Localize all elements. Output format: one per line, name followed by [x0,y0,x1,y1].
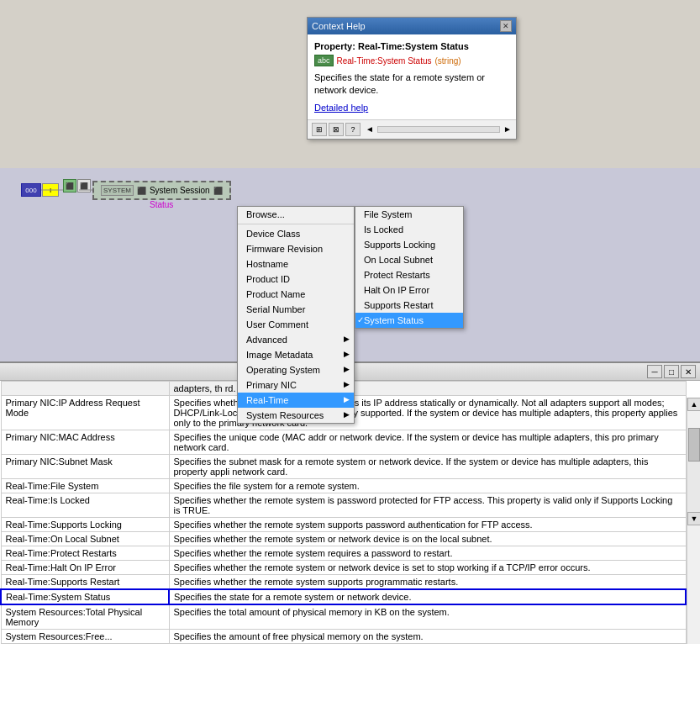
menu-item-serial-number[interactable]: Serial Number [238,302,354,317]
menu-item-hostname[interactable]: Hostname [238,256,354,272]
scroll-down-button[interactable]: ▼ [687,512,700,525]
description-cell: Specifies the subnet mask for a remote s… [169,455,686,479]
detailed-help-link[interactable]: Detailed help [314,103,368,113]
context-menu: Browse... Device Class Firmware Revision… [237,206,355,424]
restore-button[interactable]: □ [664,365,679,378]
scroll-up-button[interactable]: ▲ [687,398,700,411]
description-cell: Specifies whether the remote system requ… [169,546,686,561]
context-help-titlebar: Context Help ✕ [308,18,516,34]
description-cell: Specifies the unique code (MAC addr or n… [169,430,686,455]
table-row: Primary NIC:MAC AddressSpecifies the uni… [1,430,686,455]
menu-item-browse[interactable]: Browse... [238,207,354,222]
context-help-title: Context Help [312,21,366,31]
type-badge: abc [314,55,334,66]
menu-item-product-id[interactable]: Product ID [238,272,354,287]
menu-item-product-name[interactable]: Product Name [238,287,354,302]
table-row: Primary NIC:Subnet MaskSpecifies the sub… [1,455,686,479]
toolbar-btn-1[interactable]: ⊞ [312,123,327,136]
context-help-type-row: abc Real-Time:System Status (string) [314,55,509,66]
description-cell: Specifies whether the remote system is p… [169,493,686,518]
context-help-body: Property: Real-Time:System Status abc Re… [308,34,516,119]
property-cell: Primary NIC:IP Address Request Mode [1,396,169,430]
description-cell: Specifies the state for a remote system … [169,589,686,604]
submenu-item-file-system[interactable]: File System [355,207,463,222]
vertical-scrollbar[interactable]: ▲ ▼ [687,398,700,644]
table-row: Real-Time:Halt On IP ErrorSpecifies whet… [1,561,686,575]
table-row: Real-Time:Protect RestartsSpecifies whet… [1,546,686,561]
submenu-item-supports-locking[interactable]: Supports Locking [355,237,463,252]
submenu-item-halt-on-ip-error[interactable]: Halt On IP Error [355,282,463,298]
property-cell: Real-Time:Is Locked [1,493,169,518]
menu-item-realtime[interactable]: Real-Time [238,393,354,408]
toolbar-scroll-right: ► [503,124,512,134]
toolbar-btn-2[interactable]: ⊠ [329,123,344,136]
table-row: Real-Time:Supports LockingSpecifies whet… [1,518,686,532]
table-row: Real-Time:File SystemSpecifies the file … [1,479,686,493]
property-cell: Real-Time:File System [1,479,169,493]
menu-separator-1 [238,224,354,224]
menu-item-user-comment[interactable]: User Comment [238,317,354,332]
description-cell: Specifies whether the remote system supp… [169,518,686,532]
menu-item-image-metadata[interactable]: Image Metadata [238,347,354,362]
property-cell: Real-Time:Protect Restarts [1,546,169,561]
property-cell: System Resources:Free... [1,630,169,644]
property-cell: Real-Time:Halt On IP Error [1,561,169,575]
property-cell: Real-Time:On Local Subnet [1,532,169,546]
menu-item-advanced[interactable]: Advanced [238,332,354,347]
table-row: System Resources:Free...Specifies the am… [1,630,686,644]
context-help-property-label: Property: Real-Time:System Status [314,41,509,51]
description-cell: Specifies the amount of free physical me… [169,630,686,644]
description-cell: Specifies the file system for a remote s… [169,479,686,493]
property-cell [1,382,169,396]
menu-item-primary-nic[interactable]: Primary NIC [238,377,354,393]
description-cell: Specifies the total amount of physical m… [169,604,686,630]
submenu-realtime: File System Is Locked Supports Locking O… [355,206,464,329]
minimize-button[interactable]: ─ [647,365,662,378]
menu-item-firmware-revision[interactable]: Firmware Revision [238,241,354,256]
submenu-item-is-locked[interactable]: Is Locked [355,222,463,237]
menu-item-operating-system[interactable]: Operating System [238,362,354,377]
type-name: Real-Time:System Status [337,56,432,66]
description-cell: Specifies whether the remote system or n… [169,532,686,546]
description-cell: Specifies whether the remote system supp… [169,575,686,590]
submenu-item-supports-restart[interactable]: Supports Restart [355,298,463,313]
submenu-item-system-status[interactable]: System Status [355,313,463,328]
toolbar-btn-3[interactable]: ? [345,123,361,136]
menu-item-system-resources[interactable]: System Resources [238,408,354,423]
table-row: Real-Time:Supports RestartSpecifies whet… [1,575,686,590]
context-help-description: Specifies the state for a remote system … [314,71,509,98]
type-string: (string) [435,56,461,66]
close-button[interactable]: ✕ [681,365,696,378]
table-row: Real-Time:System StatusSpecifies the sta… [1,589,686,604]
context-help-toolbar: ⊞ ⊠ ? ◄ ► [308,119,516,139]
property-cell: Real-Time:Supports Restart [1,575,169,590]
diagram-connectors [0,168,252,235]
table-row: Real-Time:On Local SubnetSpecifies wheth… [1,532,686,546]
property-cell: Real-Time:Supports Locking [1,518,169,532]
submenu-item-on-local-subnet[interactable]: On Local Subnet [355,252,463,267]
context-help-close-button[interactable]: ✕ [500,20,512,32]
scroll-thumb[interactable] [688,428,700,462]
property-cell: Primary NIC:Subnet Mask [1,455,169,479]
property-cell: Primary NIC:MAC Address [1,430,169,455]
description-cell: Specifies whether the remote system or n… [169,561,686,575]
toolbar-scroll-indicator: ◄ [366,124,374,134]
toolbar-scrollbar[interactable] [377,126,500,133]
table-row: Real-Time:Is LockedSpecifies whether the… [1,493,686,518]
property-cell: Real-Time:System Status [1,589,169,604]
table-row: System Resources:Total Physical MemorySp… [1,604,686,630]
context-help-window: Context Help ✕ Property: Real-Time:Syste… [307,17,517,140]
menu-item-device-class[interactable]: Device Class [238,226,354,241]
property-cell: System Resources:Total Physical Memory [1,604,169,630]
submenu-item-protect-restarts[interactable]: Protect Restarts [355,267,463,282]
